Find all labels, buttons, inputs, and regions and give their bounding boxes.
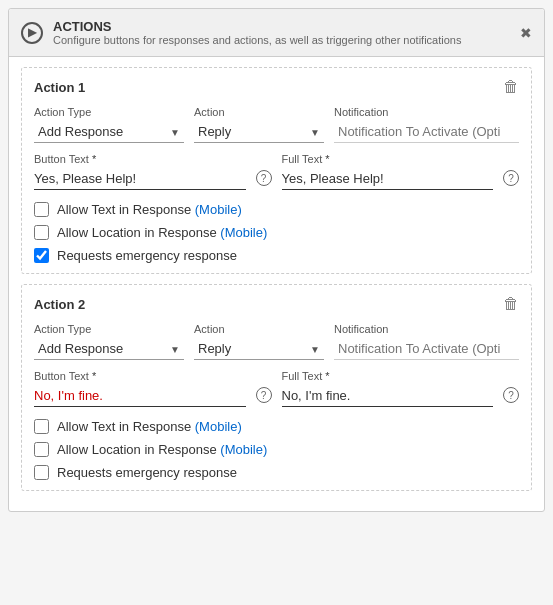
action-2-emergency-label: Requests emergency response bbox=[57, 465, 237, 480]
panel-header-left: ▶ ACTIONS Configure buttons for response… bbox=[21, 19, 461, 46]
action-2-delete-icon[interactable]: 🗑 bbox=[503, 295, 519, 313]
action-1-emergency-label: Requests emergency response bbox=[57, 248, 237, 263]
action-2-button-text-group: Button Text bbox=[34, 370, 246, 407]
action-1-title: Action 1 bbox=[34, 80, 85, 95]
action-2-allow-location-mobile: (Mobile) bbox=[220, 442, 267, 457]
action-2-title: Action 2 bbox=[34, 297, 85, 312]
action-2-allow-text-mobile: (Mobile) bbox=[195, 419, 242, 434]
action-1-allow-location-mobile: (Mobile) bbox=[220, 225, 267, 240]
action-1-notification-input[interactable] bbox=[334, 121, 519, 143]
action-2-allow-location-label: Allow Location in Response (Mobile) bbox=[57, 442, 267, 457]
action-2-full-text-label: Full Text bbox=[282, 370, 494, 382]
action-1-checkbox-1[interactable]: Allow Text in Response (Mobile) bbox=[34, 202, 519, 217]
action-2-type-group: Action Type Add Response ▼ bbox=[34, 323, 184, 360]
action-2-full-text-help-icon[interactable]: ? bbox=[503, 387, 519, 403]
action-1-type-label: Action Type bbox=[34, 106, 184, 118]
action-2-button-text-label: Button Text bbox=[34, 370, 246, 382]
action-2-button-text-input[interactable] bbox=[34, 385, 246, 407]
action-2-notification-group: Notification bbox=[334, 323, 519, 360]
panel-title: ACTIONS bbox=[53, 19, 461, 34]
action-2-checkbox-1[interactable]: Allow Text in Response (Mobile) bbox=[34, 419, 519, 434]
action-1-block: Action 1 🗑 Action Type Add Response ▼ Ac… bbox=[21, 67, 532, 274]
action-1-header: Action 1 🗑 bbox=[34, 78, 519, 96]
action-1-action-select[interactable]: Reply bbox=[194, 121, 324, 143]
action-2-type-select[interactable]: Add Response bbox=[34, 338, 184, 360]
action-1-allow-text-mobile: (Mobile) bbox=[195, 202, 242, 217]
action-1-full-text-input[interactable] bbox=[282, 168, 494, 190]
chevron-down-icon[interactable]: ✖ bbox=[520, 25, 532, 41]
action-2-action-group: Action Reply ▼ bbox=[194, 323, 324, 360]
action-2-header: Action 2 🗑 bbox=[34, 295, 519, 313]
action-1-type-select[interactable]: Add Response bbox=[34, 121, 184, 143]
action-2-allow-text-label: Allow Text in Response (Mobile) bbox=[57, 419, 242, 434]
action-1-button-text-group: Button Text bbox=[34, 153, 246, 190]
action-2-action-select[interactable]: Reply bbox=[194, 338, 324, 360]
action-1-button-text-label: Button Text bbox=[34, 153, 246, 165]
action-1-button-text-input[interactable] bbox=[34, 168, 246, 190]
panel-header: ▶ ACTIONS Configure buttons for response… bbox=[9, 9, 544, 57]
action-2-full-text-input[interactable] bbox=[282, 385, 494, 407]
action-2-type-label: Action Type bbox=[34, 323, 184, 335]
action-2-checkbox-3[interactable]: Requests emergency response bbox=[34, 465, 519, 480]
action-1-full-text-help-icon[interactable]: ? bbox=[503, 170, 519, 186]
action-1-type-row: Action Type Add Response ▼ Action Reply bbox=[34, 106, 519, 143]
action-1-checkbox-3[interactable]: Requests emergency response bbox=[34, 248, 519, 263]
action-2-allow-text-checkbox[interactable] bbox=[34, 419, 49, 434]
action-1-checkboxes: Allow Text in Response (Mobile) Allow Lo… bbox=[34, 202, 519, 263]
action-1-emergency-checkbox[interactable] bbox=[34, 248, 49, 263]
action-2-type-row: Action Type Add Response ▼ Action Reply bbox=[34, 323, 519, 360]
action-2-checkbox-2[interactable]: Allow Location in Response (Mobile) bbox=[34, 442, 519, 457]
panel-header-text: ACTIONS Configure buttons for responses … bbox=[53, 19, 461, 46]
action-1-notification-group: Notification bbox=[334, 106, 519, 143]
action-2-notification-input[interactable] bbox=[334, 338, 519, 360]
action-2-action-label: Action bbox=[194, 323, 324, 335]
action-2-block: Action 2 🗑 Action Type Add Response ▼ Ac… bbox=[21, 284, 532, 491]
action-1-type-select-wrapper: Add Response ▼ bbox=[34, 121, 184, 143]
action-1-allow-location-checkbox[interactable] bbox=[34, 225, 49, 240]
action-1-button-text-help-icon[interactable]: ? bbox=[256, 170, 272, 186]
action-1-allow-text-label: Allow Text in Response (Mobile) bbox=[57, 202, 242, 217]
action-1-full-text-group: Full Text bbox=[282, 153, 494, 190]
action-2-emergency-checkbox[interactable] bbox=[34, 465, 49, 480]
action-1-delete-icon[interactable]: 🗑 bbox=[503, 78, 519, 96]
action-2-action-select-wrapper: Reply ▼ bbox=[194, 338, 324, 360]
action-1-action-label: Action bbox=[194, 106, 324, 118]
action-1-action-select-wrapper: Reply ▼ bbox=[194, 121, 324, 143]
panel-body: Action 1 🗑 Action Type Add Response ▼ Ac… bbox=[9, 57, 544, 511]
action-2-notification-label: Notification bbox=[334, 323, 519, 335]
action-1-text-row: Button Text ? Full Text ? bbox=[34, 153, 519, 190]
action-1-full-text-label: Full Text bbox=[282, 153, 494, 165]
action-1-checkbox-2[interactable]: Allow Location in Response (Mobile) bbox=[34, 225, 519, 240]
collapse-icon[interactable]: ▶ bbox=[21, 22, 43, 44]
action-2-full-text-group: Full Text bbox=[282, 370, 494, 407]
action-1-allow-text-checkbox[interactable] bbox=[34, 202, 49, 217]
action-1-action-group: Action Reply ▼ bbox=[194, 106, 324, 143]
action-2-type-select-wrapper: Add Response ▼ bbox=[34, 338, 184, 360]
action-1-allow-location-label: Allow Location in Response (Mobile) bbox=[57, 225, 267, 240]
action-2-button-text-help-icon[interactable]: ? bbox=[256, 387, 272, 403]
action-1-notification-label: Notification bbox=[334, 106, 519, 118]
action-2-text-row: Button Text ? Full Text ? bbox=[34, 370, 519, 407]
action-2-allow-location-checkbox[interactable] bbox=[34, 442, 49, 457]
action-2-checkboxes: Allow Text in Response (Mobile) Allow Lo… bbox=[34, 419, 519, 480]
panel-subtitle: Configure buttons for responses and acti… bbox=[53, 34, 461, 46]
action-1-type-group: Action Type Add Response ▼ bbox=[34, 106, 184, 143]
actions-panel: ▶ ACTIONS Configure buttons for response… bbox=[8, 8, 545, 512]
